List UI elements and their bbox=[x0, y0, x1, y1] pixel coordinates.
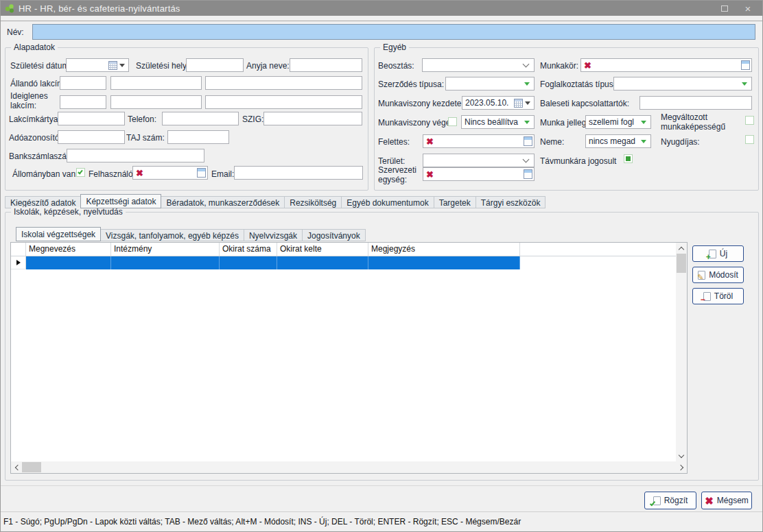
torol-button[interactable]: − Töröl bbox=[692, 288, 744, 304]
tab-iskolai-vegzettsegek[interactable]: Iskolai végzettségek bbox=[16, 227, 101, 241]
tab-jogositvanyok[interactable]: Jogosítványok bbox=[302, 229, 366, 241]
egyeb-legend: Egyéb bbox=[380, 43, 409, 52]
maximize-button[interactable] bbox=[714, 1, 735, 16]
telefon-label: Telefon: bbox=[128, 114, 156, 124]
email-label: Email: bbox=[211, 169, 234, 179]
dropdown-arrow-icon bbox=[641, 140, 646, 143]
inner-tabstrip: Iskolai végzettségek Vizsgák, tanfolyamo… bbox=[16, 227, 365, 241]
tab-targyi-eszkozok[interactable]: Tárgyi eszközök bbox=[476, 196, 546, 208]
tab-egyeb-dokumentumok[interactable]: Egyéb dokumentumok bbox=[341, 196, 434, 208]
beosztas-combo[interactable] bbox=[422, 58, 535, 72]
nyugdijas-label: Nyugdíjas: bbox=[661, 137, 700, 147]
szerzodes-tipusa-label: Szerződés típusa: bbox=[378, 80, 444, 89]
column-header[interactable]: Intézmény bbox=[111, 243, 220, 256]
table-row-selected[interactable] bbox=[11, 256, 520, 269]
szervezeti-egyseg-lookup[interactable]: ✖ bbox=[423, 167, 535, 181]
tavmunka-label: Távmunkára jogosult bbox=[540, 156, 616, 166]
megvaltozott-checkbox[interactable] bbox=[745, 116, 754, 125]
horizontal-scrollbar[interactable] bbox=[11, 461, 687, 473]
tab-vizsgak[interactable]: Vizsgák, tanfolyamok, egyéb képzés bbox=[100, 229, 244, 241]
munkaviszony-kezdete-label: Munkaviszony kezdete: bbox=[378, 99, 464, 108]
row-indicator-cell bbox=[11, 256, 26, 269]
statusbar-text: F1 - Súgó; PgUp/PgDn - Lapok közti váltá… bbox=[3, 517, 521, 527]
anyja-neve-label: Anyja neve: bbox=[246, 61, 290, 71]
felettes-lookup[interactable]: ✖ bbox=[423, 134, 535, 148]
column-header[interactable]: Okirat száma bbox=[220, 243, 277, 256]
scroll-down-icon bbox=[679, 452, 684, 458]
column-header[interactable]: Megnevezés bbox=[26, 243, 111, 256]
tab-rezsikoltseg[interactable]: Rezsiköltség bbox=[284, 196, 342, 208]
felhasznalo-label: Felhasználó: bbox=[89, 169, 135, 179]
telefon-input[interactable] bbox=[162, 112, 239, 125]
statusbar: F1 - Súgó; PgUp/PgDn - Lapok közti váltá… bbox=[1, 511, 762, 531]
allando-lakcim-telepules-input[interactable] bbox=[110, 76, 202, 90]
munkakor-lookup[interactable]: ✖ bbox=[580, 58, 752, 72]
szig-label: SZIG: bbox=[242, 114, 263, 124]
nev-input[interactable] bbox=[32, 24, 755, 40]
szuletesi-datum-input[interactable] bbox=[66, 58, 129, 72]
megsem-button[interactable]: ✖ Mégsem bbox=[701, 492, 752, 509]
bankszamlaszam-input[interactable] bbox=[67, 149, 204, 162]
column-header[interactable]: Okirat kelte bbox=[277, 243, 368, 256]
iskolak-legend: Iskolák, képzések, nyelvtudás bbox=[11, 207, 126, 217]
modosit-button[interactable]: ✎ Módosít bbox=[692, 267, 744, 283]
edit-pencil-icon: ✎ bbox=[698, 271, 705, 280]
scroll-up-button[interactable] bbox=[676, 243, 687, 254]
lookup-window-icon bbox=[197, 168, 206, 178]
ideiglenes-lakcim-irsz-input[interactable] bbox=[60, 95, 106, 109]
scroll-left-icon bbox=[14, 464, 20, 470]
munka-jellege-combo[interactable]: szellemi fogl bbox=[585, 115, 651, 129]
close-button[interactable]: × bbox=[738, 1, 758, 16]
tavmunka-checkbox[interactable] bbox=[624, 154, 633, 163]
alapadatok-legend: Alapadatok bbox=[11, 43, 58, 52]
tab-beradatok[interactable]: Béradatok, munkaszerződések bbox=[161, 196, 285, 208]
szerzodes-tipusa-combo[interactable] bbox=[445, 77, 535, 90]
szuletesi-hely-input[interactable] bbox=[186, 58, 244, 72]
vegzettsegek-table: Megnevezés Intézmény Okirat száma Okirat… bbox=[10, 242, 688, 474]
tab-nyelvvizsgak[interactable]: Nyelvvizsgák bbox=[244, 229, 303, 241]
ideiglenes-lakcim-utca-input[interactable] bbox=[205, 95, 362, 109]
munkaviszony-vege-combo[interactable]: Nincs beállítva bbox=[461, 115, 535, 129]
szig-input[interactable] bbox=[263, 112, 362, 125]
allando-lakcim-utca-input[interactable] bbox=[205, 76, 362, 90]
scroll-down-button[interactable] bbox=[676, 450, 687, 461]
ideiglenes-lakcim-label: Ideiglenes lakcím: bbox=[10, 91, 56, 111]
neme-combo[interactable]: nincs megad bbox=[585, 134, 651, 148]
tab-targetek[interactable]: Targetek bbox=[434, 196, 476, 208]
foglalkoztatas-tipusa-combo[interactable] bbox=[613, 77, 752, 90]
rogzit-button[interactable]: Rögzít bbox=[644, 492, 696, 509]
taj-szam-input[interactable] bbox=[167, 130, 229, 144]
tab-kepzettsegi-adatok[interactable]: Képzettségi adatok bbox=[80, 194, 161, 208]
allomanyban-van-label: Állományban van: bbox=[12, 169, 78, 179]
ideiglenes-lakcim-telepules-input[interactable] bbox=[110, 95, 202, 109]
allando-lakcim-irsz-input[interactable] bbox=[60, 76, 106, 90]
nev-label: Név: bbox=[7, 27, 24, 37]
anyja-neve-input[interactable] bbox=[290, 58, 362, 72]
main-tabstrip: Kiegészítő adatok Képzettségi adatok Bér… bbox=[5, 194, 545, 208]
munkaviszony-vege-checkbox[interactable] bbox=[448, 117, 457, 126]
window-title: HR - HR, bér- és cafeteria-nyilvántartás bbox=[19, 3, 180, 14]
missing-value-x-icon: ✖ bbox=[423, 170, 435, 179]
felhasznalo-lookup[interactable]: ✖ bbox=[132, 166, 208, 180]
horizontal-scroll-thumb[interactable] bbox=[22, 462, 41, 472]
vertical-scrollbar[interactable] bbox=[676, 243, 687, 461]
nyugdijas-checkbox[interactable] bbox=[745, 135, 754, 144]
baleseti-input[interactable] bbox=[639, 96, 752, 110]
scroll-left-button[interactable] bbox=[11, 461, 22, 473]
munkaviszony-kezdete-input[interactable]: 2023.05.10. bbox=[462, 96, 535, 110]
save-check-icon bbox=[653, 496, 661, 505]
neme-label: Neme: bbox=[540, 137, 564, 147]
dropdown-arrow-icon bbox=[524, 121, 530, 124]
filled-square-icon bbox=[626, 156, 631, 161]
email-input[interactable] bbox=[234, 166, 363, 180]
adoazonosito-input[interactable] bbox=[58, 130, 125, 144]
uj-button[interactable]: + Új bbox=[692, 245, 744, 262]
felettes-label: Felettes: bbox=[378, 137, 410, 147]
vertical-scroll-thumb[interactable] bbox=[677, 254, 686, 273]
terulet-combo[interactable] bbox=[423, 154, 535, 167]
calendar-icon bbox=[108, 61, 117, 70]
column-header[interactable]: Megjegyzés bbox=[368, 243, 520, 256]
allomanyban-van-checkbox[interactable] bbox=[76, 168, 85, 177]
lakcimkartya-input[interactable] bbox=[58, 112, 125, 125]
scroll-right-button[interactable] bbox=[676, 461, 687, 473]
